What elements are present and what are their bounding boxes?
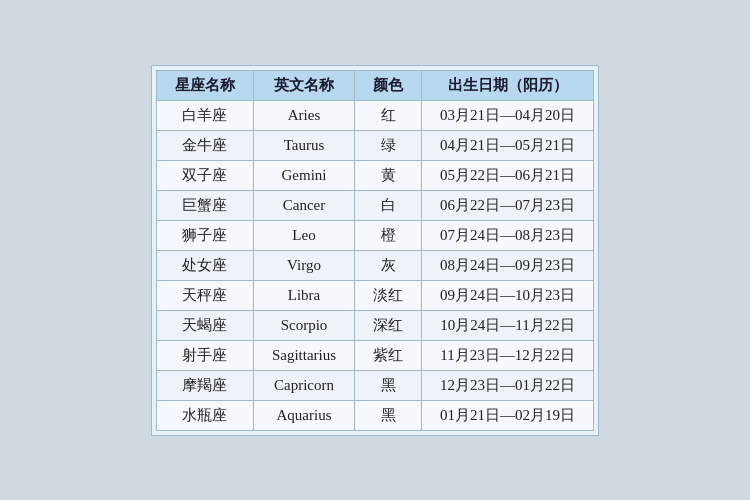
table-cell-r6-c0: 天秤座 [156,280,253,310]
table-cell-r3-c0: 巨蟹座 [156,190,253,220]
table-cell-r4-c3: 07月24日—08月23日 [422,220,594,250]
table-column-header: 英文名称 [253,70,354,100]
table-row: 天蝎座Scorpio深红10月24日—11月22日 [156,310,593,340]
table-cell-r2-c2: 黄 [355,160,422,190]
table-cell-r0-c3: 03月21日—04月20日 [422,100,594,130]
table-row: 水瓶座Aquarius黑01月21日—02月19日 [156,400,593,430]
table-cell-r2-c0: 双子座 [156,160,253,190]
table-cell-r6-c2: 淡红 [355,280,422,310]
table-cell-r5-c2: 灰 [355,250,422,280]
table-cell-r6-c3: 09月24日—10月23日 [422,280,594,310]
table-cell-r1-c0: 金牛座 [156,130,253,160]
table-cell-r10-c2: 黑 [355,400,422,430]
table-cell-r9-c3: 12月23日—01月22日 [422,370,594,400]
table-cell-r3-c1: Cancer [253,190,354,220]
table-cell-r2-c1: Gemini [253,160,354,190]
table-cell-r3-c2: 白 [355,190,422,220]
table-column-header: 出生日期（阳历） [422,70,594,100]
table-row: 白羊座Aries红03月21日—04月20日 [156,100,593,130]
table-cell-r9-c1: Capricorn [253,370,354,400]
table-column-header: 颜色 [355,70,422,100]
table-cell-r9-c2: 黑 [355,370,422,400]
table-cell-r10-c3: 01月21日—02月19日 [422,400,594,430]
table-cell-r0-c1: Aries [253,100,354,130]
table-cell-r7-c0: 天蝎座 [156,310,253,340]
table-cell-r3-c3: 06月22日—07月23日 [422,190,594,220]
table-row: 处女座Virgo灰08月24日—09月23日 [156,250,593,280]
table-cell-r2-c3: 05月22日—06月21日 [422,160,594,190]
table-row: 狮子座Leo橙07月24日—08月23日 [156,220,593,250]
table-cell-r5-c0: 处女座 [156,250,253,280]
table-cell-r1-c1: Taurus [253,130,354,160]
table-row: 摩羯座Capricorn黑12月23日—01月22日 [156,370,593,400]
table-cell-r0-c0: 白羊座 [156,100,253,130]
table-row: 巨蟹座Cancer白06月22日—07月23日 [156,190,593,220]
table-cell-r7-c3: 10月24日—11月22日 [422,310,594,340]
table-column-header: 星座名称 [156,70,253,100]
table-cell-r8-c1: Sagittarius [253,340,354,370]
zodiac-table-wrapper: 星座名称英文名称颜色出生日期（阳历） 白羊座Aries红03月21日—04月20… [151,65,599,436]
table-row: 金牛座Taurus绿04月21日—05月21日 [156,130,593,160]
table-row: 双子座Gemini黄05月22日—06月21日 [156,160,593,190]
table-cell-r8-c2: 紫红 [355,340,422,370]
table-cell-r8-c3: 11月23日—12月22日 [422,340,594,370]
table-row: 射手座Sagittarius紫红11月23日—12月22日 [156,340,593,370]
table-cell-r4-c2: 橙 [355,220,422,250]
table-cell-r0-c2: 红 [355,100,422,130]
table-cell-r9-c0: 摩羯座 [156,370,253,400]
table-cell-r1-c2: 绿 [355,130,422,160]
table-cell-r5-c1: Virgo [253,250,354,280]
table-cell-r4-c1: Leo [253,220,354,250]
table-cell-r10-c0: 水瓶座 [156,400,253,430]
table-cell-r7-c2: 深红 [355,310,422,340]
table-cell-r10-c1: Aquarius [253,400,354,430]
table-cell-r7-c1: Scorpio [253,310,354,340]
table-cell-r5-c3: 08月24日—09月23日 [422,250,594,280]
zodiac-table: 星座名称英文名称颜色出生日期（阳历） 白羊座Aries红03月21日—04月20… [156,70,594,431]
table-cell-r1-c3: 04月21日—05月21日 [422,130,594,160]
table-cell-r6-c1: Libra [253,280,354,310]
table-body: 白羊座Aries红03月21日—04月20日金牛座Taurus绿04月21日—0… [156,100,593,430]
table-row: 天秤座Libra淡红09月24日—10月23日 [156,280,593,310]
table-cell-r8-c0: 射手座 [156,340,253,370]
table-header-row: 星座名称英文名称颜色出生日期（阳历） [156,70,593,100]
table-cell-r4-c0: 狮子座 [156,220,253,250]
